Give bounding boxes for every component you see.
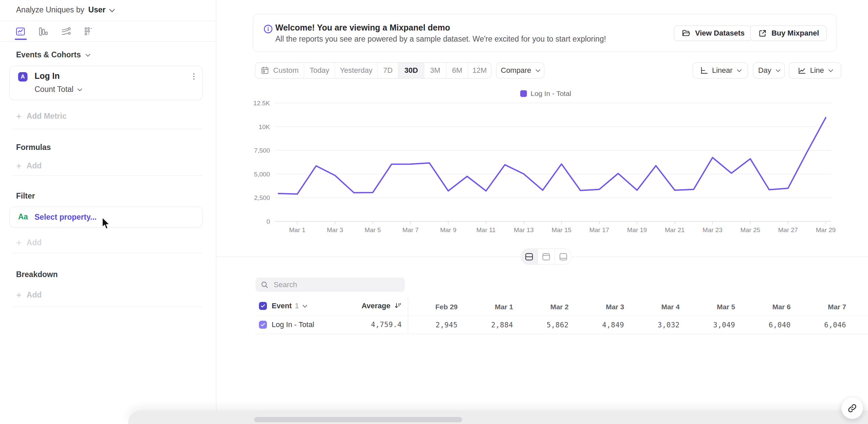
- table-date-header: Mar 3: [569, 299, 624, 315]
- cell-value: 6,040: [769, 321, 791, 329]
- x-axis-tick-label: Mar 3: [327, 226, 343, 234]
- range-label: 6M: [452, 66, 463, 75]
- copy-link-button[interactable]: [841, 397, 863, 419]
- cell-value: 6,046: [824, 321, 846, 329]
- tab-retention[interactable]: [84, 27, 94, 36]
- funnels-tab-icon: [38, 27, 48, 36]
- range-button-12m[interactable]: 12M: [468, 63, 491, 78]
- add-breakdown-button[interactable]: + Add: [16, 291, 41, 300]
- chevron-down-icon: [78, 86, 82, 91]
- range-label: Yesterday: [340, 66, 372, 75]
- plus-icon: +: [16, 240, 22, 246]
- compare-dropdown[interactable]: Compare: [496, 62, 544, 79]
- x-axis-tick-label: Mar 9: [440, 226, 457, 234]
- date-range-group: CustomTodayYesterday7D30D3M6M12M: [255, 62, 491, 79]
- event-header-dropdown[interactable]: Event 1: [272, 301, 307, 311]
- horizontal-scrollbar-thumb[interactable]: [254, 417, 462, 422]
- average-column-header[interactable]: Average: [362, 301, 402, 311]
- range-button-6m[interactable]: 6M: [446, 63, 468, 78]
- average-header-label: Average: [362, 302, 391, 310]
- plus-icon: +: [16, 163, 22, 170]
- event-header-checkbox[interactable]: [259, 302, 267, 310]
- plus-icon: +: [16, 292, 22, 299]
- range-label: Today: [310, 66, 329, 75]
- chevron-down-icon: [303, 303, 307, 308]
- range-button-7d[interactable]: 7D: [377, 63, 398, 78]
- chart-type-dropdown[interactable]: Line: [789, 62, 841, 79]
- view-datasets-label: View Datasets: [695, 29, 745, 37]
- interval-dropdown[interactable]: Day: [753, 62, 785, 79]
- divider: [12, 129, 202, 129]
- range-button-today[interactable]: Today: [304, 63, 335, 78]
- row-average-value: 4,759.4: [371, 321, 402, 329]
- layout-toggle-group: [521, 248, 572, 265]
- layout-chart-view-button[interactable]: [538, 249, 555, 264]
- cell-value: 3,032: [658, 321, 680, 329]
- layout-split-view-button[interactable]: [521, 249, 538, 264]
- chevron-down-icon: [109, 6, 115, 12]
- tab-flows[interactable]: [61, 27, 71, 36]
- sort-descending-icon: [394, 302, 402, 310]
- calendar-icon: [260, 66, 269, 75]
- x-axis-tick-label: Mar 17: [589, 226, 609, 234]
- event-header-label: Event: [272, 302, 292, 310]
- analyze-uniques-row: Analyze Uniques by User: [16, 5, 114, 14]
- analyze-by-dropdown[interactable]: User: [88, 5, 114, 14]
- divider: [12, 307, 202, 307]
- x-axis-tick-label: Mar 21: [665, 226, 685, 234]
- table-row-border: [255, 334, 868, 334]
- cell-value: 4,849: [602, 321, 624, 329]
- table-value-cell: 5,862: [513, 316, 569, 334]
- select-property-link[interactable]: Select property...: [35, 213, 97, 222]
- aggregation-dropdown[interactable]: Count Total: [35, 85, 82, 94]
- metric-card[interactable]: A Log In Count Total: [9, 66, 203, 100]
- scale-dropdown[interactable]: Linear: [692, 62, 748, 79]
- table-value-cell: 2,884: [458, 316, 514, 334]
- kebab-menu-icon[interactable]: [189, 72, 198, 81]
- search-input[interactable]: [273, 280, 389, 290]
- date-header-label: Mar 7: [828, 303, 846, 311]
- chevron-down-icon: [737, 67, 742, 72]
- range-label: 30D: [404, 66, 418, 75]
- y-axis-tick-label: 5,000: [254, 171, 270, 178]
- buy-mixpanel-label: Buy Mixpanel: [771, 29, 819, 37]
- row-checkbox[interactable]: [259, 321, 267, 329]
- table-date-header: Feb 29: [402, 299, 458, 315]
- table-date-header: Mar 4: [624, 299, 680, 315]
- range-button-yesterday[interactable]: Yesterday: [335, 63, 377, 78]
- layout-table-view-button[interactable]: [554, 249, 571, 264]
- chart-line-series[interactable]: [278, 117, 826, 194]
- chevron-down-icon: [775, 67, 780, 72]
- date-header-label: Mar 3: [606, 303, 624, 311]
- events-cohorts-section[interactable]: Events & Cohorts: [16, 50, 90, 59]
- plus-icon: +: [16, 113, 22, 120]
- line-chart-plot[interactable]: 02,5005,0007,50010K12.5KMar 1Mar 3Mar 5M…: [216, 81, 868, 240]
- range-button-3m[interactable]: 3M: [424, 63, 446, 78]
- metric-event-name[interactable]: Log In: [35, 71, 60, 81]
- tab-insights[interactable]: [16, 27, 26, 36]
- range-button-custom[interactable]: Custom: [255, 63, 304, 78]
- add-formula-label: Add: [27, 161, 41, 171]
- buy-mixpanel-button[interactable]: Buy Mixpanel: [750, 26, 827, 41]
- chart-type-label: Line: [810, 66, 824, 75]
- add-metric-button[interactable]: + Add Metric: [16, 112, 66, 121]
- add-filter-button[interactable]: + Add: [16, 238, 41, 247]
- tab-funnels[interactable]: [38, 27, 48, 36]
- range-button-30d[interactable]: 30D: [398, 63, 424, 78]
- table-value-cell: 6,040: [735, 316, 791, 334]
- flows-tab-icon: [61, 27, 71, 36]
- layout-split-icon: [525, 252, 534, 261]
- add-breakdown-label: Add: [27, 291, 41, 300]
- range-label: Custom: [273, 66, 299, 75]
- table-date-header: Mar 2: [513, 299, 569, 315]
- table-search[interactable]: [255, 277, 405, 292]
- folder-icon: [682, 29, 690, 38]
- y-axis-tick-label: 12.5K: [253, 100, 270, 107]
- add-formula-button[interactable]: + Add: [16, 161, 41, 171]
- date-header-label: Mar 1: [495, 303, 513, 311]
- x-axis-tick-label: Mar 27: [778, 226, 798, 234]
- date-column-values: 2,9452,8845,8624,8493,0323,0496,0406,046: [402, 316, 846, 334]
- view-datasets-button[interactable]: View Datasets: [674, 26, 752, 41]
- text-property-icon: Aa: [18, 212, 28, 221]
- date-column-headers: Feb 29Mar 1Mar 2Mar 3Mar 4Mar 5Mar 6Mar …: [402, 299, 846, 315]
